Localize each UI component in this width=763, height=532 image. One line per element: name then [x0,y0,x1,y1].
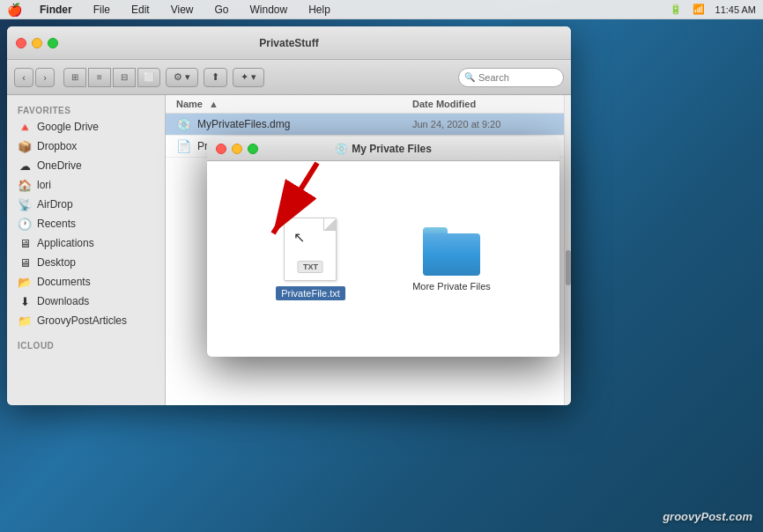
sidebar-item-dropbox[interactable]: 📦 Dropbox [7,137,165,156]
recents-icon: 🕐 [18,217,32,231]
finder-window-title: PrivateStuff [259,37,318,49]
private-disk-icon: 💿 [335,143,348,155]
sidebar-item-airdrop[interactable]: 📡 AirDrop [7,195,165,214]
menu-wifi-icon: 📶 [693,4,705,15]
icloud-header: iCloud [7,337,165,352]
col-date-header: Date Modified [412,99,553,109]
dropbox-icon: ✦ [241,71,248,83]
sidebar-label-googledrive: Google Drive [37,121,99,133]
sidebar-item-downloads[interactable]: ⬇ Downloads [7,292,165,311]
sidebar-label-recents: Recents [37,218,76,230]
dropbox-button[interactable]: ✦ ▾ [233,68,264,87]
sidebar-label-desktop: Desktop [37,256,76,269]
favorites-header: Favorites [7,102,165,117]
share-button[interactable]: ⬆ [204,68,227,87]
documents-icon: 📂 [18,275,32,289]
sidebar-label-airdrop: AirDrop [37,198,73,211]
sidebar-item-onedrive[interactable]: ☁ OneDrive [7,156,165,175]
txt-file-container[interactable]: ↖ TXT PrivateFile.txt [276,218,345,300]
finder-sidebar: Favorites 🔺 Google Drive 📦 Dropbox ☁ One… [7,95,166,405]
txt-badge: TXT [298,261,323,273]
private-minimize-button[interactable] [232,144,242,154]
txt-file-label: PrivateFile.txt [276,286,345,300]
txt-file-icon-graphic: ↖ TXT [284,218,337,281]
sidebar-item-applications[interactable]: 🖥 Applications [7,233,165,253]
search-icon: 🔍 [464,72,475,82]
airdrop-icon: 📡 [18,197,32,211]
back-button[interactable]: ‹ [14,68,33,87]
sidebar-label-dropbox: Dropbox [37,140,77,152]
gear-icon: ⚙ [174,71,182,83]
private-traffic-lights [216,144,258,154]
minimize-button[interactable] [32,38,42,48]
googledrive-icon: 🔺 [18,120,32,134]
private-files-window: 💿 My Private Files ↖ TXT PrivateFile.txt [207,137,559,357]
sidebar-item-home[interactable]: 🏠 lori [7,175,165,195]
file-list-header: Name ▲ Date Modified [166,95,564,114]
menu-view[interactable]: View [167,4,197,16]
sidebar-label-groovypost: GroovyPostArticles [37,314,127,327]
maximize-button[interactable] [48,38,58,48]
sidebar-label-downloads: Downloads [37,295,89,307]
onedrive-icon: ☁ [18,159,32,173]
menu-finder[interactable]: Finder [36,4,76,16]
menu-battery-icon: 🔋 [670,4,682,15]
menu-go[interactable]: Go [211,4,233,16]
folder-label: More Private Files [412,281,491,292]
menu-file[interactable]: File [90,4,114,16]
dmg-file-name: MyPrivateFiles.dmg [197,118,407,130]
folder-body [423,233,480,276]
menu-window[interactable]: Window [247,4,292,16]
share-icon: ⬆ [211,71,219,83]
dropbox-arrow-icon: ▾ [251,71,256,83]
action-button[interactable]: ⚙ ▾ [166,68,198,87]
menu-edit[interactable]: Edit [128,4,153,16]
view-icon-list[interactable]: ≡ [88,68,111,87]
downloads-icon: ⬇ [18,294,32,308]
private-title-bar: 💿 My Private Files [207,137,559,161]
view-buttons: ⊞ ≡ ⊟ ⬜ [63,68,160,87]
private-window-content: ↖ TXT PrivateFile.txt More Private Files [207,161,559,357]
file-row-dmg[interactable]: 💿 MyPrivateFiles.dmg Jun 24, 2020 at 9:2… [166,114,564,136]
sidebar-item-documents[interactable]: 📂 Documents [7,272,165,292]
menu-right: 🔋 📶 11:45 AM [670,4,756,15]
menu-help[interactable]: Help [305,4,334,16]
finder-toolbar: ‹ › ⊞ ≡ ⊟ ⬜ ⚙ ▾ ⬆ ✦ ▾ 🔍 [7,60,571,95]
sidebar-label-onedrive: OneDrive [37,159,82,172]
applications-icon: 🖥 [18,236,32,250]
desktop-icon: 🖥 [18,255,32,270]
txt-file-corner [323,218,336,231]
forward-button[interactable]: › [35,68,55,87]
view-icon-cover[interactable]: ⬜ [137,68,160,87]
folder-container[interactable]: More Private Files [412,227,491,292]
view-icon-col[interactable]: ⊟ [113,68,136,87]
sidebar-item-groovypost[interactable]: 📁 GroovyPostArticles [7,311,165,330]
dmg-file-icon: 💿 [176,117,192,131]
home-icon: 🏠 [18,178,32,192]
desktop: 🍎 Finder File Edit View Go Window Help 🔋… [0,0,763,532]
scroll-thumb[interactable] [566,250,571,285]
sidebar-label-applications: Applications [37,237,94,249]
sidebar-item-googledrive[interactable]: 🔺 Google Drive [7,117,165,137]
view-icon-grid[interactable]: ⊞ [63,68,86,87]
scroll-indicator [564,95,571,405]
close-button[interactable] [16,38,26,48]
sidebar-label-home: lori [37,179,51,191]
sidebar-item-recents[interactable]: 🕐 Recents [7,214,165,233]
private-maximize-button[interactable] [248,144,258,154]
dmg-file-date: Jun 24, 2020 at 9:20 [412,119,553,129]
dropbox-sidebar-icon: 📦 [18,139,32,153]
cursor-icon: ↖ [293,229,305,246]
private-close-button[interactable] [216,144,226,154]
groovypost-icon: 📁 [18,314,32,328]
private-window-title: 💿 My Private Files [335,143,432,155]
col-name-header: Name ▲ [176,99,412,109]
nav-buttons: ‹ › [14,68,55,87]
menu-bar: 🍎 Finder File Edit View Go Window Help 🔋… [0,0,763,19]
watermark: groovyPost.com [663,510,752,523]
gear-arrow-icon: ▾ [185,71,190,83]
apple-menu[interactable]: 🍎 [7,3,22,17]
search-wrapper: 🔍 [458,68,564,87]
sidebar-item-desktop[interactable]: 🖥 Desktop [7,253,165,272]
menu-time: 11:45 AM [715,4,756,15]
